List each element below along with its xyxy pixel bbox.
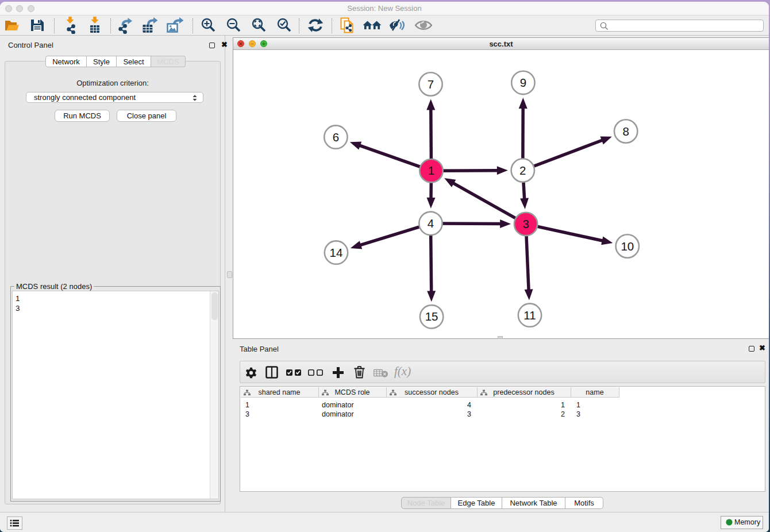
svg-text:1: 1 bbox=[428, 164, 434, 177]
svg-text:6: 6 bbox=[333, 130, 339, 144]
svg-text:3: 3 bbox=[522, 217, 529, 230]
svg-text:9: 9 bbox=[520, 76, 526, 89]
svg-text:10: 10 bbox=[621, 240, 634, 253]
svg-text:8: 8 bbox=[622, 125, 629, 138]
svg-text:15: 15 bbox=[425, 310, 438, 323]
svg-text:14: 14 bbox=[330, 246, 343, 259]
svg-text:4: 4 bbox=[428, 217, 434, 230]
svg-text:11: 11 bbox=[523, 309, 536, 322]
svg-text:2: 2 bbox=[519, 164, 526, 177]
svg-text:7: 7 bbox=[428, 78, 434, 91]
